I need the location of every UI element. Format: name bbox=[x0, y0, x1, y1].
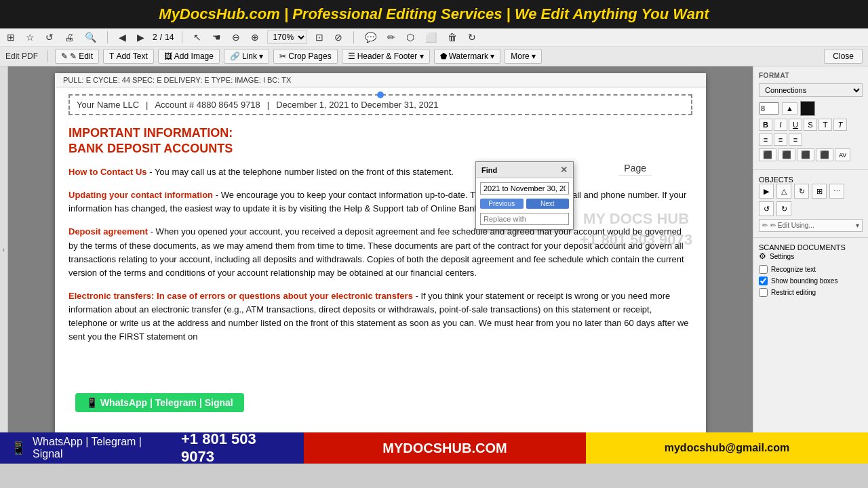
gear-icon: ⚙ bbox=[759, 251, 766, 261]
watermark-btn[interactable]: ⬟ Watermark ▾ bbox=[434, 49, 501, 64]
font-size-up-btn[interactable]: ▲ bbox=[782, 102, 797, 115]
align-justify-btn[interactable]: ⬛ bbox=[816, 148, 833, 161]
eraser-icon[interactable]: ⬜ bbox=[422, 30, 439, 44]
bold-btn[interactable]: B bbox=[759, 119, 772, 131]
comment-icon[interactable]: 💬 bbox=[362, 30, 379, 44]
account-bar: Your Name LLC | Account # 4880 8645 9718… bbox=[68, 94, 692, 115]
header-footer-btn[interactable]: ☰ Header & Footer ▾ bbox=[342, 49, 430, 64]
social-icons: 📱 bbox=[11, 441, 26, 455]
underline-btn[interactable]: U bbox=[789, 119, 802, 131]
bottom-phone: +1 801 503 9073 bbox=[181, 430, 293, 466]
next-page-icon[interactable]: ▶ bbox=[134, 30, 147, 44]
section-electronic: Electronic transfers: In case of errors … bbox=[68, 289, 692, 344]
refresh-icon[interactable]: ↻ bbox=[465, 30, 479, 44]
show-bounding-boxes-checkbox[interactable] bbox=[759, 277, 768, 285]
more-btn[interactable]: More ▾ bbox=[505, 49, 542, 64]
replace-input[interactable] bbox=[480, 213, 569, 225]
section-updating: Updating your contact information - We e… bbox=[68, 188, 692, 216]
edit-using-bar[interactable]: ✏ ✏ Edit Using... ▾ bbox=[759, 219, 863, 232]
find-previous-btn[interactable]: Previous bbox=[480, 199, 524, 209]
obj-undo-btn[interactable]: ↺ bbox=[759, 201, 774, 216]
zoom-out-icon[interactable]: ⊖ bbox=[229, 30, 243, 44]
list-btn[interactable]: ≡ bbox=[759, 134, 772, 146]
bookmark-icon[interactable]: ☆ bbox=[23, 30, 37, 44]
objects-header: OBJECTS bbox=[759, 176, 863, 184]
find-close-icon[interactable]: ✕ bbox=[560, 165, 568, 175]
section-deposit-body: - When you opened your account, you rece… bbox=[68, 226, 684, 277]
find-btn-row: Previous Next bbox=[476, 196, 573, 211]
doc-area: Page PULL: E CYCLE: 44 SPEC: E DELIVERY:… bbox=[8, 66, 753, 432]
obj-redo-btn[interactable]: ↻ bbox=[776, 201, 791, 216]
left-panel-toggle[interactable]: ‹ bbox=[0, 66, 8, 432]
obj-play-btn[interactable]: ▶ bbox=[759, 184, 774, 199]
crop-btn[interactable]: ✂ Crop Pages bbox=[273, 49, 337, 64]
rotate-icon[interactable]: ⊘ bbox=[332, 30, 345, 44]
font-t2-btn[interactable]: T bbox=[833, 119, 847, 131]
print-icon[interactable]: 🖨 bbox=[62, 30, 77, 44]
list3-btn[interactable]: ≡ bbox=[789, 134, 802, 146]
home-icon[interactable]: ⊞ bbox=[4, 30, 18, 44]
recognize-text-checkbox[interactable] bbox=[759, 265, 768, 274]
settings-row[interactable]: ⚙ Settings bbox=[759, 251, 863, 261]
doc-pull-info: PULL: E CYCLE: 44 SPEC: E DELIVERY: E TY… bbox=[63, 76, 291, 84]
pencil-icon[interactable]: ✏ bbox=[384, 30, 398, 44]
fit-icon[interactable]: ⊡ bbox=[313, 30, 326, 44]
account-number: Account # 4880 8645 9718 bbox=[155, 100, 260, 110]
zoom-select[interactable]: 170% bbox=[267, 30, 307, 44]
prev-page-icon[interactable]: ◀ bbox=[116, 30, 129, 44]
recognize-text-row: Recognize text bbox=[759, 265, 863, 274]
format-size-row: ▲ bbox=[759, 101, 863, 116]
back-icon[interactable]: ↺ bbox=[43, 30, 56, 44]
font-size-input[interactable] bbox=[759, 102, 779, 115]
add-image-btn[interactable]: 🖼 Add Image bbox=[158, 49, 220, 64]
bottom-email: mydocshub@gmail.com bbox=[665, 442, 790, 454]
doc-page: Page PULL: E CYCLE: 44 SPEC: E DELIVERY:… bbox=[55, 73, 706, 432]
close-btn[interactable]: Close bbox=[824, 49, 863, 64]
settings-label: Settings bbox=[770, 253, 794, 260]
whatsapp-bar: 📱 WhatsApp | Telegram | Signal bbox=[75, 393, 244, 412]
font-btn[interactable]: T bbox=[818, 119, 832, 131]
find-next-btn[interactable]: Next bbox=[526, 199, 570, 209]
add-text-btn[interactable]: T Add Text bbox=[103, 49, 154, 64]
objects-section: OBJECTS ▶ △ ↻ ⊞ ⋯ ↺ ↻ ✏ ✏ Edit Using... … bbox=[753, 170, 868, 238]
spacing-btn[interactable]: AV bbox=[835, 148, 850, 161]
align-right-btn[interactable]: ⬛ bbox=[797, 148, 814, 161]
connections-dropdown[interactable]: Connections bbox=[759, 83, 863, 97]
list-style-row: ≡ ≡ ≡ bbox=[759, 134, 863, 146]
toolbar-row1: ⊞ ☆ ↺ 🖨 🔍 ◀ ▶ 2 / 14 ↖ ☚ ⊖ ⊕ 170% ⊡ ⊘ 💬 … bbox=[0, 28, 868, 47]
account-sep2: | bbox=[267, 100, 269, 110]
delete-icon[interactable]: 🗑 bbox=[445, 30, 460, 44]
sep2 bbox=[182, 31, 182, 43]
obj-rotate-btn[interactable]: ↻ bbox=[794, 184, 809, 199]
align-left-btn[interactable]: ⬛ bbox=[759, 148, 776, 161]
restrict-editing-checkbox[interactable] bbox=[759, 288, 768, 297]
bottom-middle: MYDOCSHUB.COM bbox=[304, 432, 586, 464]
obj-grid-btn[interactable]: ⊞ bbox=[812, 184, 827, 199]
font-color-box[interactable] bbox=[800, 101, 815, 116]
obj-triangle-btn[interactable]: △ bbox=[776, 184, 791, 199]
restrict-editing-row: Restrict editing bbox=[759, 288, 863, 297]
align-center-btn[interactable]: ⬛ bbox=[778, 148, 795, 161]
format-header: FORMAT bbox=[759, 72, 863, 79]
edit-btn[interactable]: ✎ ✎ Edit bbox=[55, 49, 99, 64]
find-input[interactable] bbox=[480, 182, 569, 195]
strikethrough-btn[interactable]: S bbox=[804, 119, 817, 131]
align-row: ⬛ ⬛ ⬛ ⬛ AV bbox=[759, 148, 863, 161]
italic-btn[interactable]: I bbox=[774, 119, 787, 131]
find-input-row bbox=[476, 178, 573, 196]
edit-pdf-label: Edit PDF bbox=[5, 52, 38, 61]
bottom-left: 📱 WhatsApp | Telegram | Signal +1 801 50… bbox=[0, 432, 304, 464]
list2-btn[interactable]: ≡ bbox=[774, 134, 787, 146]
search-icon[interactable]: 🔍 bbox=[82, 30, 99, 44]
bottom-right: mydocshub@gmail.com bbox=[586, 432, 868, 464]
cursor-icon[interactable]: ↖ bbox=[191, 30, 204, 44]
highlighter-icon[interactable]: ⬡ bbox=[403, 30, 417, 44]
obj-more-btn[interactable]: ⋯ bbox=[829, 184, 844, 199]
hand-icon[interactable]: ☚ bbox=[210, 30, 224, 44]
total-pages: 14 bbox=[165, 33, 174, 42]
find-dialog-title: Find bbox=[481, 166, 497, 174]
right-panel: FORMAT Connections ▲ B I U S T T ≡ ≡ ≡ bbox=[753, 66, 868, 432]
format-section: FORMAT Connections ▲ B I U S T T ≡ ≡ ≡ bbox=[753, 66, 868, 170]
link-btn[interactable]: 🔗 Link ▾ bbox=[224, 49, 269, 64]
zoom-in-icon[interactable]: ⊕ bbox=[248, 30, 262, 44]
